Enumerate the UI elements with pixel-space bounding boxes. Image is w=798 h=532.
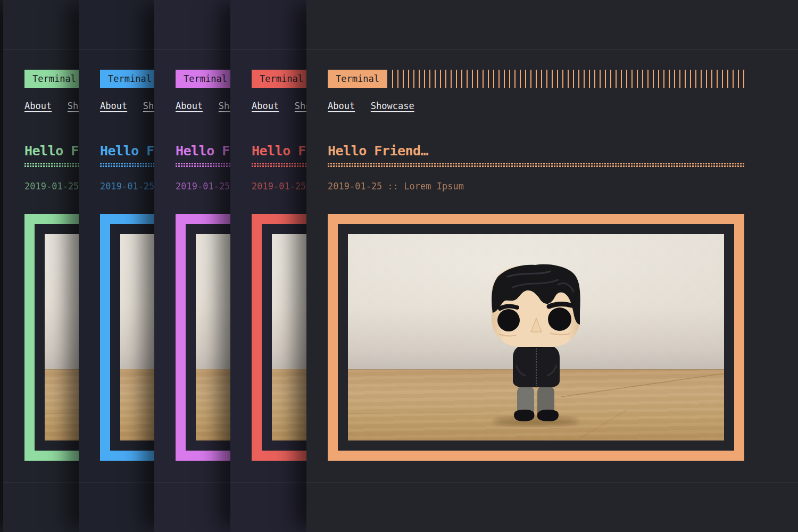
nav-link-showcase[interactable]: Showcase [371, 101, 414, 111]
footer-divider-line [306, 483, 798, 483]
site-logo-badge[interactable]: Terminal [252, 70, 311, 88]
site-logo-badge[interactable]: Terminal [100, 70, 160, 88]
theme-panel-orange: Terminal About Showcase Hello Friend… 20… [306, 0, 798, 532]
nav-link-about[interactable]: About [176, 101, 203, 111]
theme-preview-montage: Terminal About Showcase Hello Friend… 20… [0, 0, 798, 532]
header-bars-decoration [392, 70, 744, 88]
site-logo-badge[interactable]: Terminal [176, 70, 235, 88]
nav-link-about[interactable]: About [252, 101, 279, 111]
site-logo-badge[interactable]: Terminal [328, 70, 387, 88]
site-logo-badge[interactable]: Terminal [24, 70, 84, 88]
post-title: Hello Friend… [328, 144, 744, 158]
dotted-divider [328, 163, 744, 167]
post-image-frame [328, 214, 744, 461]
nav-link-about[interactable]: About [328, 101, 355, 111]
post-photo [348, 234, 724, 440]
page-content: Terminal About Showcase Hello Friend… 20… [328, 0, 744, 461]
nav-link-about[interactable]: About [24, 101, 52, 111]
post-meta: 2019-01-25 :: Lorem Ipsum [328, 181, 744, 192]
site-header: Terminal [328, 70, 744, 88]
main-nav: About Showcase [328, 101, 744, 111]
nav-link-about[interactable]: About [100, 101, 127, 111]
funko-figure-illustration [348, 234, 724, 440]
